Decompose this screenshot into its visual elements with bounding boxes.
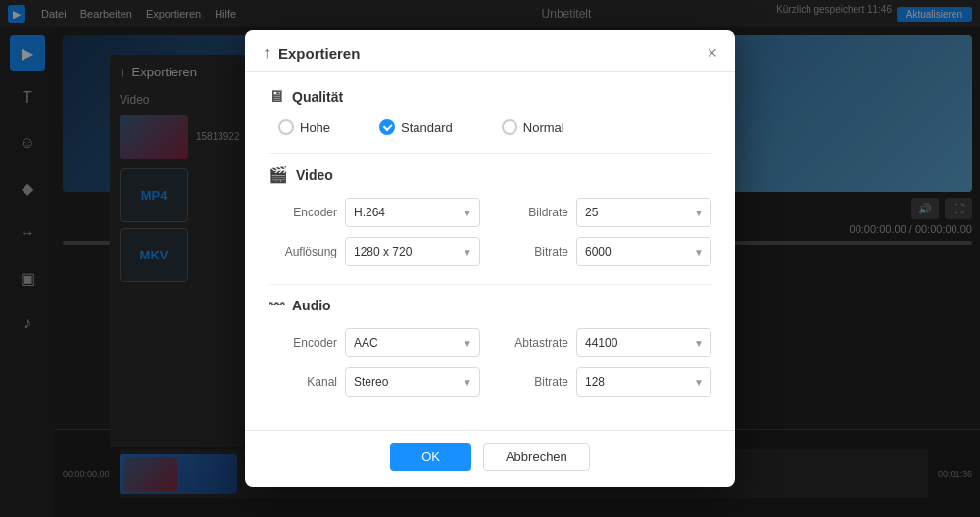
- abtastrate-select[interactable]: 22050 44100 48000: [576, 328, 711, 357]
- quality-option-standard[interactable]: Standard: [379, 119, 453, 135]
- abtastrate-row: Abtastrate 22050 44100 48000 ▼: [500, 328, 711, 357]
- encoder-row: Encoder H.264 H.265 VP9 ▼: [269, 198, 480, 227]
- aufloesung-select[interactable]: 1920 x 1080 1280 x 720 854 x 480: [345, 237, 480, 266]
- dialog-title-icon: ↑: [263, 44, 270, 62]
- audio-section: 〰 Audio Encoder AAC MP3 OGG: [269, 297, 711, 397]
- kanal-label: Kanal: [269, 375, 337, 389]
- dialog-title: ↑ Exportieren: [263, 44, 360, 62]
- divider-2: [269, 284, 711, 285]
- radio-normal[interactable]: [502, 119, 517, 135]
- abtastrate-label: Abtastrate: [500, 336, 568, 350]
- bildrate-select[interactable]: 24 25 30 60: [576, 198, 711, 227]
- radio-standard[interactable]: [379, 119, 395, 135]
- dialog-footer: OK Abbrechen: [245, 430, 735, 487]
- cancel-button[interactable]: Abbrechen: [483, 443, 590, 471]
- video-section: 🎬 Video Encoder H.264 H.265 VP9: [269, 165, 711, 266]
- bildrate-select-wrapper: 24 25 30 60 ▼: [576, 198, 711, 227]
- audio-bitrate-select[interactable]: 64 128 192 320: [576, 367, 711, 397]
- kanal-select-wrapper: Mono Stereo ▼: [345, 367, 480, 397]
- video-section-title: 🎬 Video: [269, 165, 711, 184]
- quality-option-high[interactable]: Hohe: [278, 119, 330, 135]
- ok-button[interactable]: OK: [390, 443, 471, 471]
- audio-encoder-row: Encoder AAC MP3 OGG ▼: [269, 328, 480, 357]
- audio-form-grid: Encoder AAC MP3 OGG ▼ Abta: [269, 328, 711, 397]
- audio-section-icon: 〰: [269, 297, 284, 314]
- export-dialog: ↑ Exportieren × 🖥 Qualität Hohe: [245, 30, 735, 487]
- aufloesung-select-wrapper: 1920 x 1080 1280 x 720 854 x 480 ▼: [345, 237, 480, 266]
- aufloesung-label: Auflösung: [269, 245, 337, 258]
- encoder-label: Encoder: [269, 206, 337, 219]
- video-bitrate-row: Bitrate 3000 6000 8000 12000 ▼: [500, 237, 711, 266]
- modal-backdrop: ↑ Exportieren × 🖥 Qualität Hohe: [0, 0, 980, 517]
- kanal-row: Kanal Mono Stereo ▼: [269, 367, 480, 397]
- audio-bitrate-label: Bitrate: [500, 375, 568, 389]
- encoder-select-wrapper: H.264 H.265 VP9 ▼: [345, 198, 480, 227]
- video-bitrate-label: Bitrate: [500, 245, 568, 258]
- audio-encoder-select[interactable]: AAC MP3 OGG: [345, 328, 480, 357]
- audio-encoder-select-wrapper: AAC MP3 OGG ▼: [345, 328, 480, 357]
- quality-section: 🖥 Qualität Hohe Standard: [269, 88, 711, 135]
- audio-bitrate-select-wrapper: 64 128 192 320 ▼: [576, 367, 711, 397]
- encoder-select[interactable]: H.264 H.265 VP9: [345, 198, 480, 227]
- quality-group: Hohe Standard Normal: [269, 119, 711, 135]
- audio-encoder-label: Encoder: [269, 336, 337, 350]
- dialog-header: ↑ Exportieren ×: [245, 30, 735, 72]
- app-background: ▶ Datei Bearbeiten Exportieren Hilfe Unb…: [0, 0, 980, 517]
- audio-section-title: 〰 Audio: [269, 297, 711, 314]
- video-form-grid: Encoder H.264 H.265 VP9 ▼: [269, 198, 711, 266]
- aufloesung-row: Auflösung 1920 x 1080 1280 x 720 854 x 4…: [269, 237, 480, 266]
- video-section-icon: 🎬: [269, 165, 288, 184]
- bildrate-label: Bildrate: [500, 206, 568, 219]
- audio-bitrate-row: Bitrate 64 128 192 320 ▼: [500, 367, 711, 397]
- close-button[interactable]: ×: [707, 44, 717, 62]
- abtastrate-select-wrapper: 22050 44100 48000 ▼: [576, 328, 711, 357]
- dialog-body: 🖥 Qualität Hohe Standard: [245, 72, 735, 430]
- bildrate-row: Bildrate 24 25 30 60 ▼: [500, 198, 711, 227]
- quality-option-normal[interactable]: Normal: [502, 119, 564, 135]
- video-bitrate-select[interactable]: 3000 6000 8000 12000: [576, 237, 711, 266]
- kanal-select[interactable]: Mono Stereo: [345, 367, 480, 397]
- divider-1: [269, 153, 711, 154]
- monitor-icon: 🖥: [269, 88, 284, 106]
- quality-section-title: 🖥 Qualität: [269, 88, 711, 106]
- video-bitrate-select-wrapper: 3000 6000 8000 12000 ▼: [576, 237, 711, 266]
- radio-high[interactable]: [278, 119, 294, 135]
